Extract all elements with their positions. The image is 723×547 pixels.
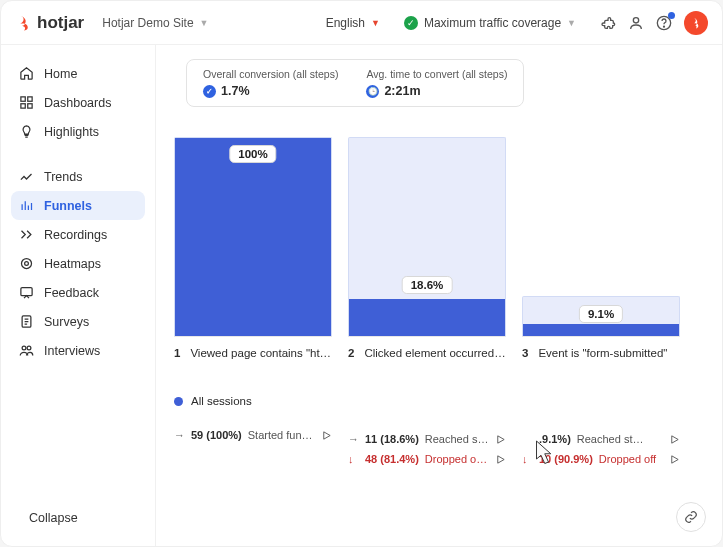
sidebar-item-recordings[interactable]: Recordings	[11, 220, 145, 249]
traffic-coverage-selector[interactable]: ✓ Maximum traffic coverage ▼	[404, 16, 576, 30]
arrow-down-icon: ↓	[348, 453, 359, 465]
surveys-icon	[19, 314, 34, 329]
metric-reached: → 11 (18.6%) Reached st…	[348, 433, 506, 445]
arrow-right-icon: →	[174, 429, 185, 441]
stat-label: Avg. time to convert (all steps)	[366, 68, 507, 80]
sidebar-item-label: Trends	[44, 170, 82, 184]
svg-rect-6	[28, 104, 32, 108]
sidebar-item-funnels[interactable]: Funnels	[11, 191, 145, 220]
step-description: Event is "form-submitted"	[538, 347, 667, 359]
funnels-icon	[19, 198, 34, 213]
check-icon: ✓	[404, 16, 418, 30]
play-icon[interactable]	[669, 454, 680, 465]
play-icon[interactable]	[669, 434, 680, 445]
svg-rect-4	[28, 97, 32, 101]
help-icon[interactable]	[656, 15, 672, 31]
funnel-step-3: 9.1% 3 Event is "form-submitted" → .9.1%…	[522, 137, 680, 465]
sidebar-item-label: Feedback	[44, 286, 99, 300]
play-icon[interactable]	[321, 430, 332, 441]
arrow-down-icon: ↓	[522, 453, 533, 465]
logo[interactable]: hotjar	[15, 13, 84, 33]
step-description: Viewed page contains "http…	[190, 347, 332, 359]
bar-container: 100%	[174, 137, 332, 337]
sidebar-item-highlights[interactable]: Highlights	[11, 117, 145, 146]
summary-stats: Overall conversion (all steps) ✓ 1.7% Av…	[186, 59, 524, 107]
sidebar-item-label: Home	[44, 67, 77, 81]
chevron-down-icon: ▼	[567, 18, 576, 28]
metric-label: Reached st…	[577, 433, 663, 445]
sidebar-item-home[interactable]: Home	[11, 59, 145, 88]
svg-point-8	[22, 259, 32, 269]
bar-container: 18.6%	[348, 137, 506, 337]
lightbulb-icon	[19, 124, 34, 139]
stat-avg-time: Avg. time to convert (all steps) 🕒 2:21m	[366, 68, 507, 98]
metric-count: 11 (18.6%)	[365, 433, 419, 445]
user-icon[interactable]	[628, 15, 644, 31]
extension-icon[interactable]	[600, 15, 616, 31]
brand-button[interactable]	[684, 11, 708, 35]
metric-dropped: ↓ 48 (81.4%) Dropped o…	[348, 453, 506, 465]
metric-label: Reached st…	[425, 433, 489, 445]
notification-dot	[668, 12, 675, 19]
sidebar-item-heatmaps[interactable]: Heatmaps	[11, 249, 145, 278]
svg-point-0	[633, 17, 638, 22]
svg-point-2	[664, 26, 665, 27]
metric-count: 48 (81.4%)	[365, 453, 419, 465]
sidebar-item-trends[interactable]: Trends	[11, 162, 145, 191]
svg-rect-5	[21, 104, 25, 108]
collapse-button[interactable]: Collapse	[11, 504, 145, 532]
play-icon[interactable]	[495, 454, 506, 465]
step-number: 3	[522, 347, 528, 359]
coverage-label: Maximum traffic coverage	[424, 16, 561, 30]
bar-value-pill: 100%	[229, 145, 276, 163]
svg-point-11	[22, 346, 26, 350]
legend-dot-icon	[174, 397, 183, 406]
hotjar-logo-icon	[15, 14, 33, 32]
svg-rect-3	[21, 97, 25, 101]
site-selector[interactable]: Hotjar Demo Site ▼	[102, 16, 208, 30]
sidebar-item-label: Interviews	[44, 344, 100, 358]
chevron-down-icon: ▼	[371, 18, 380, 28]
heatmaps-icon	[19, 256, 34, 271]
hotjar-flame-icon	[689, 16, 703, 30]
sidebar-item-feedback[interactable]: Feedback	[11, 278, 145, 307]
content-area: Overall conversion (all steps) ✓ 1.7% Av…	[156, 45, 722, 546]
dashboard-icon	[19, 95, 34, 110]
clock-icon: 🕒	[366, 85, 379, 98]
check-icon: ✓	[203, 85, 216, 98]
metric-count: .9.1%)	[539, 433, 571, 445]
step-description: Clicked element occurred w…	[364, 347, 506, 359]
sidebar-item-interviews[interactable]: Interviews	[11, 336, 145, 365]
stat-value: 2:21m	[384, 84, 420, 98]
sidebar: Home Dashboards Highlights Trends	[1, 45, 156, 546]
bar-container: 9.1%	[522, 137, 680, 337]
chevron-down-icon: ▼	[200, 18, 209, 28]
logo-text: hotjar	[37, 13, 84, 33]
home-icon	[19, 66, 34, 81]
language-selector[interactable]: English ▼	[326, 16, 380, 30]
metric-label: Started fun…	[248, 429, 315, 441]
metric-label: Dropped o…	[425, 453, 489, 465]
stat-conversion: Overall conversion (all steps) ✓ 1.7%	[203, 68, 338, 98]
metric-dropped: ↓ 10 (90.9%) Dropped off	[522, 453, 680, 465]
play-icon[interactable]	[495, 434, 506, 445]
metric-started: → 59 (100%) Started fun…	[174, 429, 332, 441]
topbar: hotjar Hotjar Demo Site ▼ English ▼ ✓ Ma…	[1, 1, 722, 45]
sidebar-item-label: Highlights	[44, 125, 99, 139]
collapse-label: Collapse	[29, 511, 78, 525]
share-button[interactable]	[676, 502, 706, 532]
step-number: 2	[348, 347, 354, 359]
sidebar-item-label: Funnels	[44, 199, 92, 213]
legend-label: All sessions	[191, 395, 252, 407]
step-number: 1	[174, 347, 180, 359]
sidebar-item-label: Heatmaps	[44, 257, 101, 271]
language-label: English	[326, 16, 365, 30]
sidebar-item-dashboards[interactable]: Dashboards	[11, 88, 145, 117]
bar-value-pill: 9.1%	[579, 305, 623, 323]
sidebar-item-label: Dashboards	[44, 96, 111, 110]
sidebar-item-surveys[interactable]: Surveys	[11, 307, 145, 336]
link-icon	[684, 510, 698, 524]
svg-point-12	[27, 346, 31, 350]
metric-reached: → .9.1%) Reached st…	[522, 433, 680, 445]
svg-point-7	[25, 262, 29, 266]
